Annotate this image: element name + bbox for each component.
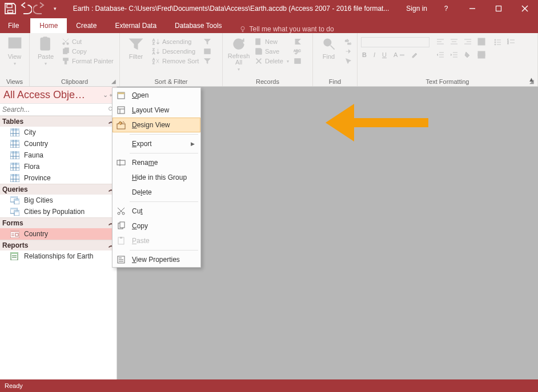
- advanced-filter-button[interactable]: [202, 47, 212, 56]
- tab-database-tools[interactable]: Database Tools: [166, 18, 231, 33]
- font-box[interactable]: [361, 37, 429, 47]
- align-right-button[interactable]: [463, 37, 473, 46]
- minimize-button[interactable]: [459, 0, 485, 17]
- tab-external-data[interactable]: External Data: [106, 18, 166, 33]
- view-button[interactable]: View ▾: [3, 35, 26, 66]
- tab-home[interactable]: Home: [30, 18, 67, 33]
- tab-create[interactable]: Create: [67, 18, 106, 33]
- save-record-button[interactable]: Save: [254, 47, 290, 56]
- numbering-button[interactable]: 12: [506, 37, 516, 46]
- refresh-icon: [231, 36, 247, 52]
- sort-desc-button[interactable]: ZADescending: [151, 47, 200, 56]
- refresh-all-button[interactable]: Refresh All ▾: [226, 35, 251, 72]
- undo-icon[interactable]: [18, 2, 32, 15]
- bold-button[interactable]: B: [361, 50, 368, 59]
- italic-button[interactable]: I: [372, 50, 376, 59]
- table-icon: [10, 128, 19, 136]
- ctx-rename[interactable]: Rename: [113, 155, 200, 170]
- nav-item-cities-by-population[interactable]: Cities by Population: [0, 206, 117, 217]
- redo-icon[interactable]: [33, 2, 47, 15]
- goto-button[interactable]: [343, 47, 354, 56]
- indent-increase-button[interactable]: [449, 50, 459, 59]
- open-icon: [116, 90, 126, 100]
- nav-group-reports[interactable]: Reports︽: [0, 240, 117, 250]
- align-center-button[interactable]: [449, 37, 459, 46]
- underline-button[interactable]: U: [381, 50, 388, 59]
- group-label: Views: [3, 78, 26, 86]
- paste-button[interactable]: Paste ▾: [33, 35, 58, 66]
- group-label: Sort & Filter: [123, 78, 219, 86]
- nav-item-flora[interactable]: Flora: [0, 161, 117, 172]
- new-record-button[interactable]: New: [254, 37, 290, 46]
- ctx-copy[interactable]: Copy: [113, 219, 200, 233]
- cut-button[interactable]: Cut: [61, 37, 115, 46]
- copy-icon: [62, 47, 70, 55]
- nav-item-fauna[interactable]: Fauna: [0, 149, 117, 161]
- indent-decrease-button[interactable]: [435, 50, 445, 59]
- save-icon[interactable]: [3, 2, 17, 15]
- ribbon-tab-strip: File Home Create External Data Database …: [0, 17, 538, 33]
- nav-search-input[interactable]: [0, 104, 106, 115]
- nav-item-country[interactable]: Country: [0, 138, 117, 149]
- alternate-row-button[interactable]: [476, 50, 487, 59]
- toggle-filter-button[interactable]: [202, 56, 212, 66]
- qat-customize-icon[interactable]: ▾: [48, 2, 62, 15]
- fill-color-button[interactable]: [463, 50, 473, 59]
- replace-icon: abac: [344, 38, 352, 46]
- status-bar: Ready: [0, 379, 538, 392]
- sign-in-link[interactable]: Sign in: [400, 5, 433, 13]
- ctx-open[interactable]: Open: [113, 88, 200, 103]
- more-records-button[interactable]: [292, 56, 303, 66]
- help-button[interactable]: ?: [433, 0, 459, 17]
- ctx-view-properties[interactable]: View Properties: [113, 252, 200, 267]
- select-button[interactable]: [343, 56, 354, 66]
- close-button[interactable]: [512, 0, 538, 17]
- selection-filter-button[interactable]: [202, 37, 212, 46]
- ctx-layout-view[interactable]: Layout View: [113, 103, 200, 118]
- nav-group-tables[interactable]: Tables︽: [0, 116, 117, 127]
- ctx-delete[interactable]: Delete: [113, 185, 200, 200]
- align-left-button[interactable]: [435, 37, 445, 46]
- ctx-hide[interactable]: Hide in this Group: [113, 170, 200, 185]
- nav-item-city[interactable]: City: [0, 127, 117, 138]
- lightbulb-icon: [239, 26, 246, 33]
- collapse-ribbon-icon[interactable]: ▲: [528, 76, 535, 83]
- delete-record-button[interactable]: Delete▾: [254, 56, 290, 66]
- gridlines-button[interactable]: [476, 37, 487, 46]
- svg-rect-19: [65, 48, 69, 53]
- nav-item-relationships[interactable]: Relationships for Earth: [0, 250, 117, 262]
- sort-asc-button[interactable]: AZAscending: [151, 37, 200, 46]
- tell-me-search[interactable]: Tell me what you want to do: [239, 25, 334, 33]
- tab-file[interactable]: File: [0, 18, 27, 33]
- copy-button[interactable]: Copy: [61, 47, 115, 56]
- dialog-launcher-icon[interactable]: ◢: [111, 78, 118, 85]
- scissors-icon: [62, 38, 70, 46]
- filter-button[interactable]: Filter: [123, 35, 148, 60]
- highlight-button[interactable]: [410, 50, 420, 59]
- nav-item-big-cities[interactable]: Big Cities: [0, 195, 117, 206]
- menu-separator: [130, 250, 198, 250]
- maximize-button[interactable]: [485, 0, 512, 17]
- replace-button[interactable]: abac: [343, 37, 354, 46]
- find-button[interactable]: Find: [316, 35, 341, 60]
- ctx-design-view[interactable]: Design View: [113, 118, 200, 132]
- save-icon: [255, 47, 263, 55]
- nav-item-form-country[interactable]: Country: [0, 228, 117, 240]
- more-icon: [294, 57, 302, 65]
- view-icon: [7, 36, 23, 52]
- nav-group-forms[interactable]: Forms︽: [0, 217, 117, 228]
- nav-group-queries[interactable]: Queries︽: [0, 184, 117, 195]
- nav-pane-title[interactable]: All Access Obje… ⌄ «: [0, 87, 117, 103]
- nav-item-province[interactable]: Province: [0, 172, 117, 184]
- bullets-button[interactable]: [492, 37, 503, 46]
- svg-rect-100: [10, 196, 17, 198]
- remove-sort-button[interactable]: AZRemove Sort: [151, 56, 200, 66]
- font-color-button[interactable]: A: [392, 50, 405, 59]
- ctx-export[interactable]: Export▶: [113, 136, 200, 151]
- ctx-cut[interactable]: Cut: [113, 204, 200, 219]
- form-icon: [10, 230, 19, 238]
- format-painter-button[interactable]: Format Painter: [61, 56, 115, 66]
- totals-button[interactable]: [292, 37, 303, 46]
- spelling-button[interactable]: ABC: [292, 47, 303, 56]
- svg-rect-61: [478, 54, 485, 56]
